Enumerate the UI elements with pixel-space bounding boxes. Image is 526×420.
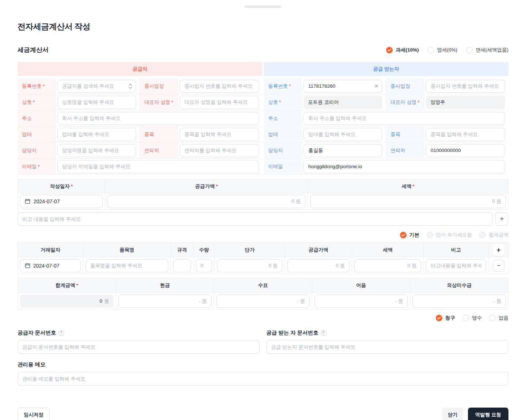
- check-input[interactable]: [216, 295, 310, 308]
- recipient-phone-input[interactable]: [426, 144, 505, 157]
- plus-icon: +: [497, 246, 501, 254]
- recipient-address-input[interactable]: [304, 112, 505, 125]
- help-icon[interactable]: ?: [58, 330, 64, 336]
- radio-checked-icon: [386, 47, 393, 53]
- items-header-date: 거래일자: [18, 243, 83, 257]
- supplier-header: 공급자: [18, 62, 262, 76]
- minus-icon: −: [497, 262, 500, 269]
- radio-unchecked-icon: [489, 315, 496, 321]
- supplier-manager-label: 담당자: [18, 143, 56, 159]
- temp-save-button[interactable]: 임시저장: [18, 408, 50, 420]
- supplier-address-input[interactable]: [57, 112, 259, 125]
- item-name-input[interactable]: [85, 259, 168, 272]
- summary-date-header: 작성일자*: [18, 179, 105, 193]
- supplier-search-select[interactable]: [57, 80, 136, 93]
- promissory-input[interactable]: [315, 295, 408, 308]
- radio-label: 과세(10%): [396, 47, 419, 53]
- plus-icon: +: [500, 216, 504, 222]
- item-spec-input[interactable]: [173, 259, 191, 272]
- recipient-bizitem-input[interactable]: [426, 128, 505, 141]
- close-button[interactable]: 닫기: [442, 408, 464, 420]
- add-item-row-button[interactable]: +: [493, 244, 504, 256]
- item-row-cell: 2024-07-07: [18, 257, 83, 274]
- invoice-note-input[interactable]: [18, 212, 492, 226]
- recipient-company-label: 상호*: [264, 94, 302, 110]
- summary-supply-header: 공급가액*: [105, 179, 308, 193]
- tax-type-radio-group: 과세(10%) 영세(0%) 면세(세액없음): [386, 47, 508, 53]
- radio-taxable[interactable]: 과세(10%): [386, 47, 419, 53]
- items-header-note: 비고: [424, 243, 489, 257]
- radio-disabled-icon: [427, 232, 433, 238]
- radio-label: 없음: [499, 315, 508, 321]
- radio-unchecked-icon: [462, 315, 469, 321]
- supplier-bizitem-input[interactable]: [180, 128, 259, 141]
- supplier-bizitem-label: 종목: [140, 126, 178, 143]
- clear-icon[interactable]: ✕: [374, 84, 378, 88]
- supplier-phone-input[interactable]: [180, 144, 259, 157]
- items-header-supply: 공급가액: [285, 243, 352, 257]
- credit-input[interactable]: [412, 295, 506, 308]
- items-header-name: 품목명: [83, 243, 171, 257]
- supplier-email-input[interactable]: [57, 160, 259, 173]
- recipient-regno-label: 등록번호*: [264, 78, 302, 94]
- item-date-picker[interactable]: 2024-07-07: [20, 259, 81, 272]
- remove-item-row-button[interactable]: −: [493, 260, 504, 272]
- supply-amount-input[interactable]: [107, 195, 305, 208]
- recipient-subbiz-label: 종사업장: [386, 78, 424, 94]
- radio-unchecked-icon: [427, 47, 434, 53]
- item-unitprice-input[interactable]: [217, 259, 282, 272]
- radio-tax-free[interactable]: 면세(세액없음): [466, 47, 508, 53]
- supplier-ceo-label: 대표자 성명*: [140, 94, 178, 110]
- radio-unchecked-icon: [466, 47, 473, 53]
- add-note-button[interactable]: +: [495, 212, 508, 226]
- supplier-subbiz-input[interactable]: [180, 80, 259, 93]
- item-supply-input[interactable]: [287, 259, 350, 272]
- section-title: 세금계산서: [18, 46, 49, 54]
- radio-label: 면세(세액없음): [476, 47, 508, 53]
- supplier-docno-block: 공급자 문서번호 ?: [18, 329, 260, 354]
- radio-purpose-none[interactable]: 없음: [489, 315, 508, 321]
- recipient-panel: 공급 받는자 등록번호* ✕ 종사업장 상호* 대표자 성명* 주소 업태 종목…: [264, 62, 508, 175]
- memo-label: 관리용 메모: [18, 361, 508, 368]
- issue-date-picker[interactable]: 2024-07-07: [20, 195, 103, 208]
- supplier-phone-label: 연락처: [140, 143, 178, 159]
- item-tax-input[interactable]: [354, 259, 421, 272]
- item-qty-input[interactable]: [196, 259, 212, 272]
- totals-header-total: 합계금액*: [18, 278, 116, 293]
- recipient-ceo-readonly: [426, 96, 505, 109]
- radio-purpose-receipt[interactable]: 영수: [462, 315, 482, 321]
- supplier-email-label: 이메일*: [18, 159, 56, 175]
- totals-header-check: 수표: [214, 278, 312, 293]
- totals-table: 합계금액* 현금 수표 어음 외상미수금 0원: [18, 278, 508, 310]
- recipient-subbiz-input[interactable]: [426, 80, 505, 93]
- radio-label: 단가 부가세포함: [436, 232, 472, 238]
- recipient-docno-label: 공급 받는 자 문서번호 ?: [266, 329, 508, 336]
- item-note-input[interactable]: [426, 259, 486, 272]
- recipient-ceo-label: 대표자 성명*: [386, 94, 424, 110]
- radio-mode-basic[interactable]: 기본: [400, 232, 419, 238]
- tax-amount-input[interactable]: [310, 195, 506, 208]
- recipient-docno-input[interactable]: [266, 340, 508, 354]
- radio-mode-vat-included: 단가 부가세포함: [427, 232, 472, 238]
- recipient-biztype-input[interactable]: [304, 128, 382, 141]
- modal-drag-handle[interactable]: [245, 5, 281, 8]
- supplier-company-input[interactable]: [57, 96, 136, 109]
- recipient-manager-label: 담당자: [264, 143, 302, 159]
- supplier-ceo-input[interactable]: [180, 96, 259, 109]
- reverse-issue-request-button[interactable]: 역발행 요청: [468, 408, 508, 420]
- supplier-docno-input[interactable]: [18, 340, 260, 354]
- supplier-biztype-input[interactable]: [57, 128, 136, 141]
- item-date-value: 2024-07-07: [33, 263, 60, 269]
- radio-label: 영수: [472, 315, 482, 321]
- memo-input[interactable]: [18, 372, 508, 386]
- cash-input[interactable]: [118, 295, 212, 308]
- radio-zero-rate[interactable]: 영세(0%): [427, 47, 457, 53]
- recipient-regno-input[interactable]: [304, 80, 382, 93]
- recipient-phone-label: 연락처: [386, 143, 424, 159]
- radio-purpose-charge[interactable]: 청구: [436, 315, 455, 321]
- radio-label: 합계금액: [489, 232, 508, 238]
- recipient-manager-input[interactable]: [304, 144, 382, 157]
- help-icon[interactable]: ?: [321, 330, 327, 336]
- supplier-manager-input[interactable]: [57, 144, 136, 157]
- recipient-email-input[interactable]: [304, 160, 505, 173]
